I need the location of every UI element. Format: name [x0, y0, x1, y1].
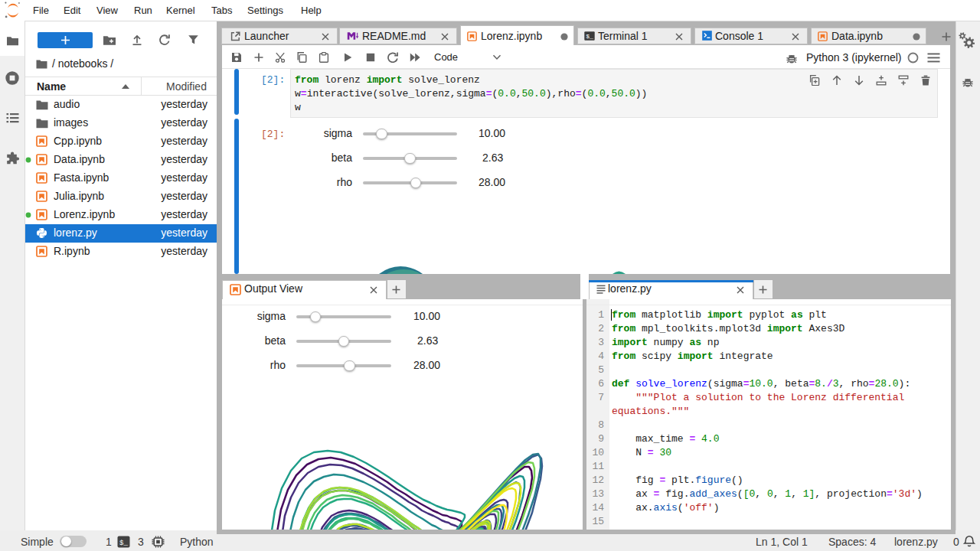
svg-text:$_: $_: [119, 540, 128, 547]
svg-text:$_: $_: [586, 33, 593, 40]
